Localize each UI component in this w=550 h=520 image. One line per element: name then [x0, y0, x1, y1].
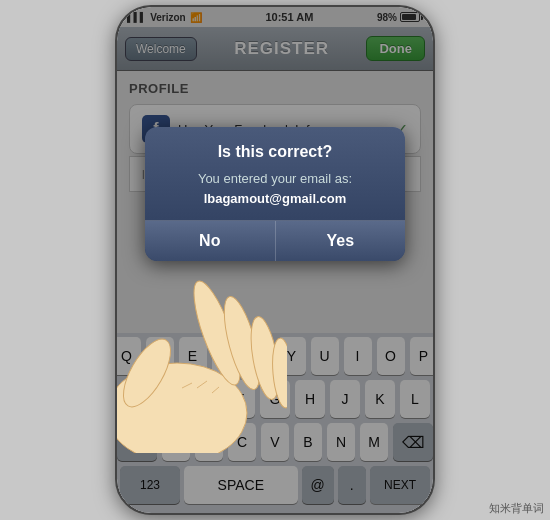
modal-title: Is this correct? [161, 143, 389, 161]
modal-body: You entered your email as: lbagamout@gma… [161, 169, 389, 208]
modal-dialog: Is this correct? You entered your email … [145, 127, 405, 261]
modal-email: lbagamout@gmail.com [204, 191, 347, 206]
phone-frame: ▌▌▌ Verizon 📶 10:51 AM 98% Welcome [115, 5, 435, 515]
hand-illustration [117, 253, 307, 473]
phone-screen: ▌▌▌ Verizon 📶 10:51 AM 98% Welcome [117, 7, 433, 513]
watermark: 知米背单词 [489, 501, 544, 516]
